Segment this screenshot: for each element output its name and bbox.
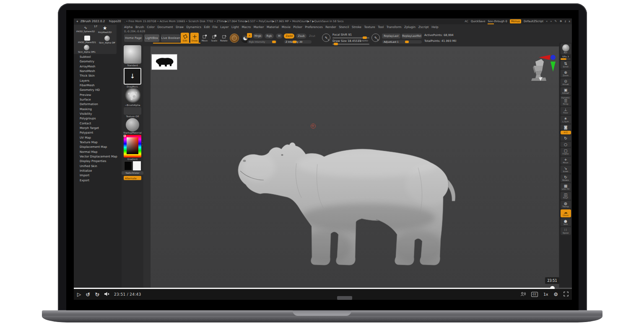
right-shelf-button[interactable]: ◫ PolyF: [561, 192, 571, 200]
menu-item[interactable]: Help: [431, 25, 438, 29]
right-shelf-button[interactable]: ☁ Ghost: [561, 209, 571, 217]
rgb-intensity-slider[interactable]: Rgb Intensity: [247, 40, 277, 44]
menu-item[interactable]: Tool: [378, 25, 384, 29]
right-shelf-button[interactable]: ▣ AAHalf: [561, 87, 571, 95]
captions-button[interactable]: CC: [531, 292, 538, 297]
right-shelf-button[interactable]: ○: [561, 142, 571, 147]
right-shelf-button[interactable]: ▦ Line Fill: [561, 183, 571, 191]
menu-item[interactable]: Picker: [293, 25, 302, 29]
mute-button[interactable]: [104, 291, 109, 297]
right-shelf-button[interactable]: ∗ L.Sym: [561, 116, 571, 124]
menus-button[interactable]: Menus: [510, 19, 521, 23]
texture-thumbnail[interactable]: [124, 107, 141, 115]
tool-thumb-plane3d[interactable]: PM3D_Plane3D1: [78, 36, 96, 44]
tool-menu-item[interactable]: Export: [80, 179, 117, 183]
menu-item[interactable]: Brush: [135, 25, 144, 29]
tool-menu-item[interactable]: FiberMesh: [80, 84, 117, 88]
tool-menu-item[interactable]: Import: [80, 174, 117, 178]
stroke-picker-button[interactable]: ✎S: [322, 34, 330, 42]
right-shelf-button[interactable]: XYZ: [561, 131, 571, 134]
tool-menu-item[interactable]: Deformation: [80, 103, 117, 107]
camera-head-widget[interactable]: [531, 53, 558, 81]
right-shelf-button[interactable]: ⊕ Zoom: [561, 70, 571, 77]
menu-item[interactable]: File: [213, 25, 218, 29]
menu-item[interactable]: Texture: [364, 25, 375, 29]
tool-menu-item[interactable]: Visibility: [80, 112, 117, 117]
fullscreen-button[interactable]: [564, 291, 569, 297]
tool-menu-item[interactable]: Contact: [80, 122, 117, 126]
edit-button[interactable]: Edit: [181, 33, 189, 44]
color-sv-square[interactable]: [127, 137, 138, 154]
tool-menu-item[interactable]: Thick Skin: [80, 74, 117, 79]
tool-menu-item[interactable]: Surface: [80, 98, 117, 103]
rewind-10-button[interactable]: ↺10: [86, 291, 90, 298]
live-boolean-button[interactable]: Live Boolean: [161, 34, 180, 42]
rgb-button[interactable]: Rgb: [265, 34, 274, 39]
tool-menu-item[interactable]: Geometry: [80, 60, 117, 64]
tool-thumb-skin-alpha[interactable]: Skin_Alpha Off: [99, 36, 115, 44]
audio-description-button[interactable]: [520, 291, 526, 297]
tool-menu-item[interactable]: Vector Displacement Map: [80, 155, 117, 160]
right-shelf-button[interactable]: ▢ Frame: [561, 148, 571, 156]
next-doc-icon[interactable]: »: [550, 20, 552, 23]
document-thumbnail[interactable]: [151, 54, 177, 70]
tool-menu-item[interactable]: Initialize: [80, 169, 117, 174]
tool-menu-item[interactable]: Subtool: [80, 55, 117, 60]
spix-slider[interactable]: SPix 3: [560, 55, 571, 60]
right-shelf-button[interactable]: ⊥ Floor: [561, 107, 571, 115]
rotate-button[interactable]: Rotate: [220, 33, 228, 44]
tool-menu-item[interactable]: Polypaint: [80, 131, 117, 136]
tool-menu-item[interactable]: ArrayMesh: [80, 65, 117, 70]
right-shelf-button[interactable]: ◙: [561, 124, 571, 130]
grab-icon[interactable]: ✎: [555, 20, 557, 23]
right-shelf-button[interactable]: ⊙ Actual: [561, 78, 571, 86]
panel-divider-handle[interactable]: ›‹: [142, 141, 143, 146]
menu-item[interactable]: Zscript: [418, 25, 429, 29]
zsub-button[interactable]: Zsub: [296, 34, 306, 39]
tool-thumb-skin-alpha1[interactable]: Skin_Alpha Off1: [78, 45, 96, 53]
forward-10-button[interactable]: ↻10: [95, 291, 99, 298]
menu-item[interactable]: Color: [147, 25, 155, 29]
prev-doc-icon[interactable]: «: [546, 20, 548, 23]
slider-handle[interactable]: [363, 36, 367, 39]
gizmo-z-axis[interactable]: [551, 55, 556, 60]
secondary-color-swatch[interactable]: [133, 161, 141, 170]
play-button[interactable]: ▷: [77, 292, 81, 297]
replay-last-rel-button[interactable]: ReplayLastRel: [402, 34, 422, 39]
tool-menu-item[interactable]: Display Properties: [80, 160, 117, 164]
menu-item[interactable]: Draw: [176, 25, 184, 29]
menu-item[interactable]: Alpha: [124, 25, 132, 29]
ac-toggle[interactable]: AC: [465, 20, 468, 23]
menu-item[interactable]: Movie: [282, 25, 291, 29]
home-page-button[interactable]: Home Page: [124, 34, 143, 42]
tool-menu-item[interactable]: Unified Skin: [80, 165, 117, 169]
menu-item[interactable]: Transform: [387, 25, 402, 29]
z-intensity-slider[interactable]: Z Intensity 20: [284, 40, 312, 44]
close-button[interactable]: x: [569, 20, 570, 23]
replay-last-button[interactable]: ReplayLast: [382, 34, 400, 39]
tool-menu-item[interactable]: Preview: [80, 93, 117, 98]
minimize-button[interactable]: z: [565, 20, 566, 23]
playback-speed-button[interactable]: 1x: [543, 292, 548, 296]
brush-thumbnail[interactable]: [124, 45, 141, 64]
tool-menu-item[interactable]: Normal Map: [80, 150, 117, 155]
settings-gear-button[interactable]: ⚙: [553, 292, 558, 297]
switch-color-button[interactable]: SwitchColor: [122, 171, 143, 175]
stroke-thumbnail[interactable]: ↓: [124, 68, 141, 85]
m-button[interactable]: M: [276, 34, 283, 39]
quicksave-button[interactable]: QuickSave: [471, 20, 485, 23]
stroke-replay-button[interactable]: ✎D: [371, 34, 380, 42]
draw-size-slider[interactable]: [332, 44, 369, 45]
menu-item[interactable]: Edit: [204, 25, 210, 29]
see-through-slider[interactable]: See-through 0: [488, 20, 507, 23]
menu-item[interactable]: Stencil: [339, 25, 349, 29]
menu-item[interactable]: Dynamics: [186, 25, 201, 29]
sculpt-canvas[interactable]: [150, 46, 559, 289]
right-shelf-button[interactable]: Dynamic ☰ Persp: [561, 96, 571, 106]
right-shelf-button[interactable]: ● Solo: [561, 218, 571, 226]
tool-menu-item[interactable]: NanoMesh: [80, 70, 117, 74]
menu-item[interactable]: Light: [231, 25, 239, 29]
tool-menu-item[interactable]: Geometry HD: [80, 88, 117, 93]
tool-menu-item[interactable]: Texture Map: [80, 141, 117, 145]
tool-menu-item[interactable]: UV Map: [80, 136, 117, 141]
